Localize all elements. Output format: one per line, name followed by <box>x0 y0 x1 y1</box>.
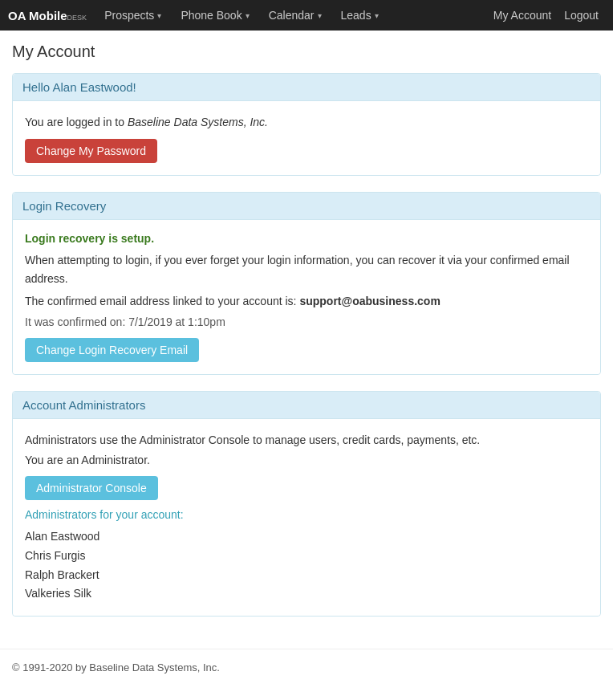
footer: © 1991-2020 by Baseline Data Systems, In… <box>0 649 613 686</box>
footer-text: © 1991-2020 by Baseline Data Systems, In… <box>12 661 220 674</box>
login-recovery-header: Login Recovery <box>13 193 600 220</box>
login-recovery-body: Login recovery is setup. When attempting… <box>13 220 600 373</box>
admin-panel-body: Administrators use the Administrator Con… <box>13 419 600 617</box>
admin-name-2: Chris Furgis <box>25 547 588 566</box>
page-content: My Account Hello Alan Eastwood! You are … <box>0 31 613 645</box>
admin-console-button[interactable]: Administrator Console <box>25 476 158 500</box>
nav-calendar[interactable]: Calendar ▾ <box>259 0 331 31</box>
logged-in-text: You are logged in to Baseline Data Syste… <box>25 113 588 131</box>
you-are-admin-text: You are an Administrator. <box>25 454 588 466</box>
leads-dropdown-icon: ▾ <box>375 11 379 20</box>
admin-panel: Account Administrators Administrators us… <box>12 391 601 617</box>
recovery-setup-message: Login recovery is setup. <box>25 232 588 245</box>
admin-name-3: Ralph Brackert <box>25 566 588 585</box>
admin-panel-header: Account Administrators <box>13 392 600 419</box>
change-password-button[interactable]: Change My Password <box>25 139 157 163</box>
recovery-info-text: When attempting to login, if you ever fo… <box>25 251 588 287</box>
brand-name: OA Mobile <box>8 9 67 22</box>
navbar: OA MobileDESK Prospects ▾ Phone Book ▾ C… <box>0 0 613 31</box>
nav-phone-book[interactable]: Phone Book ▾ <box>171 0 258 31</box>
nav-prospects[interactable]: Prospects ▾ <box>95 0 171 31</box>
company-name: Baseline Data Systems, Inc. <box>128 116 268 128</box>
phone-book-dropdown-icon: ▾ <box>246 11 250 20</box>
hello-panel: Hello Alan Eastwood! You are logged in t… <box>12 73 601 176</box>
change-recovery-email-button[interactable]: Change Login Recovery Email <box>25 338 199 362</box>
brand-logo[interactable]: OA MobileDESK <box>8 9 87 22</box>
login-recovery-panel: Login Recovery Login recovery is setup. … <box>12 192 601 374</box>
hello-panel-header: Hello Alan Eastwood! <box>13 74 600 101</box>
prospects-dropdown-icon: ▾ <box>157 11 161 20</box>
admin-name-4: Valkeries Silk <box>25 584 588 604</box>
nav-logout[interactable]: Logout <box>558 0 605 31</box>
calendar-dropdown-icon: ▾ <box>318 11 322 20</box>
nav-items: Prospects ▾ Phone Book ▾ Calendar ▾ Lead… <box>95 0 487 31</box>
recovery-email: support@oabusiness.com <box>299 295 440 307</box>
hello-panel-body: You are logged in to Baseline Data Syste… <box>13 101 600 175</box>
brand-super: DESK <box>67 14 87 22</box>
admin-name-1: Alan Eastwood <box>25 527 588 547</box>
nav-leads[interactable]: Leads ▾ <box>331 0 388 31</box>
admin-desc-text: Administrators use the Administrator Con… <box>25 431 588 449</box>
nav-my-account[interactable]: My Account <box>487 0 558 31</box>
confirmed-on-text: It was confirmed on: 7/1/2019 at 1:10pm <box>25 315 588 328</box>
recovery-email-line: The confirmed email address linked to yo… <box>25 292 588 310</box>
admins-label: Administrators for your account: <box>25 508 588 521</box>
page-title: My Account <box>12 43 601 61</box>
admin-list: Alan Eastwood Chris Furgis Ralph Bracker… <box>25 527 588 604</box>
nav-right: My Account Logout <box>487 0 605 31</box>
